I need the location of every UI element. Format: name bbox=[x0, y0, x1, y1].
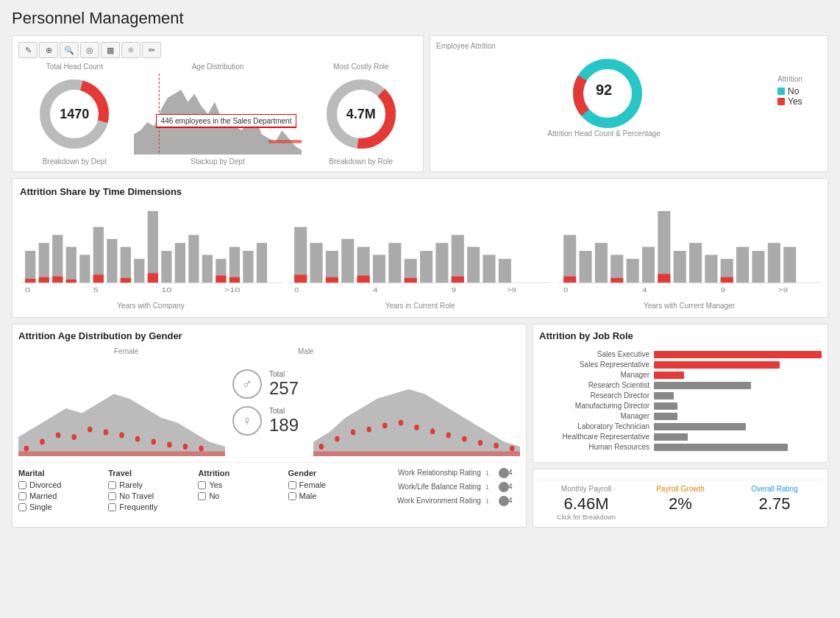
slider-work-rel-val: 4 bbox=[508, 469, 520, 477]
overall-rating-value: 2.75 bbox=[727, 494, 822, 514]
slider-work-rel-min: 1 bbox=[485, 469, 494, 477]
toolbar-settings-btn[interactable]: ⚛ bbox=[121, 42, 140, 58]
travel-no-check[interactable] bbox=[108, 492, 116, 500]
slider-work-life: Work/Life Balance Rating 1 4 bbox=[385, 483, 520, 491]
attrition-no[interactable]: No bbox=[198, 491, 288, 500]
travel-no-travel[interactable]: No Travel bbox=[108, 491, 198, 500]
years-manager-chart: 0 4 9 >9 Years with Current Manager bbox=[558, 203, 820, 310]
attrition-yes[interactable]: Yes bbox=[198, 480, 288, 489]
payroll-growth-value: 2% bbox=[633, 494, 727, 514]
slider-work-env-track[interactable] bbox=[499, 500, 504, 502]
slider-work-env: Work Environment Rating 1 4 bbox=[385, 497, 520, 505]
svg-rect-59 bbox=[452, 277, 464, 283]
attrition-inner: 92 Attrition Head Count & Percentage Att… bbox=[436, 53, 822, 138]
svg-rect-35 bbox=[229, 277, 240, 283]
travel-rarely-check[interactable] bbox=[108, 481, 116, 489]
costly-value: 4.7M bbox=[346, 107, 376, 122]
svg-rect-42 bbox=[310, 243, 322, 283]
svg-point-108 bbox=[382, 423, 387, 429]
svg-point-113 bbox=[462, 436, 466, 442]
marital-divorced[interactable]: Divorced bbox=[18, 480, 108, 489]
slider-work-rel-track[interactable] bbox=[499, 472, 504, 475]
svg-point-97 bbox=[135, 436, 140, 442]
travel-rarely[interactable]: Rarely bbox=[108, 480, 198, 489]
female-icon: ♀ bbox=[232, 406, 262, 436]
svg-rect-82 bbox=[658, 274, 670, 283]
female-total-label: Total bbox=[269, 407, 299, 415]
svg-rect-32 bbox=[121, 278, 131, 283]
age-gender-title: Attrition Age Distribution by Gender bbox=[18, 330, 520, 341]
marital-divorced-check[interactable] bbox=[18, 481, 26, 489]
attrition-no-label: No bbox=[209, 491, 219, 500]
svg-rect-51 bbox=[452, 235, 464, 283]
svg-rect-21 bbox=[188, 235, 199, 283]
toolbar-pen-btn[interactable]: ✏ bbox=[142, 42, 161, 58]
marital-single-label: Single bbox=[29, 502, 52, 511]
marital-married-check[interactable] bbox=[18, 492, 26, 500]
slider-work-life-track[interactable] bbox=[499, 486, 504, 489]
svg-point-111 bbox=[430, 428, 435, 434]
svg-rect-27 bbox=[25, 279, 35, 283]
svg-point-101 bbox=[199, 446, 203, 452]
male-total-label: Total bbox=[269, 370, 299, 378]
travel-freq-label: Frequently bbox=[119, 502, 157, 511]
attrition-no-check[interactable] bbox=[198, 492, 206, 500]
svg-rect-57 bbox=[357, 276, 370, 283]
legend-yes: Yes bbox=[777, 96, 822, 107]
marital-label: Marital bbox=[18, 469, 108, 477]
toolbar-hide-btn[interactable]: ◎ bbox=[80, 42, 99, 58]
job-role-title: Attrition by Job Role bbox=[539, 330, 822, 341]
marital-single[interactable]: Single bbox=[18, 502, 108, 511]
travel-freq-check[interactable] bbox=[108, 503, 116, 511]
toolbar-table-btn[interactable]: ▦ bbox=[101, 42, 120, 58]
gender-female-label: Female bbox=[299, 480, 327, 489]
payroll-card[interactable]: Monthly Payroll 6.46M Click for Breakdow… bbox=[533, 469, 828, 528]
job-row-manager2: Manager bbox=[539, 412, 822, 420]
male-total: ♂ Total 257 bbox=[232, 369, 306, 399]
marital-single-check[interactable] bbox=[18, 503, 26, 511]
toolbar-zoom-btn[interactable]: 🔍 bbox=[60, 42, 79, 58]
slider-work-env-val: 4 bbox=[508, 497, 520, 505]
female-label: Female bbox=[114, 347, 138, 355]
svg-marker-103 bbox=[313, 389, 520, 456]
svg-point-110 bbox=[414, 425, 419, 430]
attrition-value: 92 bbox=[596, 82, 612, 99]
filters-row: Marital Divorced Married Single bbox=[18, 462, 520, 514]
attrition-legend: Attrition No Yes bbox=[777, 53, 822, 107]
travel-no-label: No Travel bbox=[119, 491, 154, 500]
job-row-lab-tech: Laboratory Technician bbox=[539, 422, 822, 430]
age-chart-wrap: 446 employees in the Sales Department bbox=[134, 74, 302, 154]
svg-rect-58 bbox=[405, 278, 417, 283]
slider-work-life-min: 1 bbox=[485, 483, 494, 491]
male-label: Male bbox=[298, 347, 314, 355]
payroll-row: Monthly Payroll 6.46M Click for Breakdow… bbox=[539, 480, 822, 521]
gender-male[interactable]: Male bbox=[288, 491, 378, 500]
gender-female[interactable]: Female bbox=[288, 480, 378, 489]
male-icon: ♂ bbox=[232, 369, 262, 399]
monthly-payroll[interactable]: Monthly Payroll 6.46M Click for Breakdow… bbox=[539, 485, 633, 521]
svg-rect-78 bbox=[768, 243, 780, 283]
slider-work-life-label: Work/Life Balance Rating bbox=[385, 483, 481, 491]
gender-female-check[interactable] bbox=[288, 481, 296, 489]
gender-male-check[interactable] bbox=[288, 492, 296, 500]
svg-point-90 bbox=[24, 446, 29, 452]
svg-point-114 bbox=[478, 440, 483, 446]
svg-rect-56 bbox=[326, 277, 338, 283]
attrition-yes-check[interactable] bbox=[198, 481, 206, 489]
years-role-bars: 0 4 9 >9 bbox=[289, 203, 551, 299]
svg-rect-66 bbox=[579, 251, 591, 283]
svg-point-93 bbox=[71, 434, 76, 440]
svg-rect-69 bbox=[627, 259, 639, 283]
headcount-value: 1470 bbox=[60, 107, 89, 122]
years-company-bars: 0 5 10 >10 bbox=[20, 203, 282, 299]
toolbar-edit-btn[interactable]: ✎ bbox=[18, 42, 38, 58]
travel-frequently[interactable]: Frequently bbox=[108, 502, 198, 511]
svg-marker-89 bbox=[18, 394, 225, 457]
toolbar-add-btn[interactable]: ⊕ bbox=[39, 42, 58, 58]
marital-married[interactable]: Married bbox=[18, 491, 108, 500]
svg-text:>9: >9 bbox=[507, 287, 516, 294]
svg-point-115 bbox=[494, 443, 498, 449]
tooltip-text: 446 employees in the Sales Department bbox=[161, 117, 292, 125]
marital-divorced-label: Divorced bbox=[29, 480, 61, 489]
svg-text:9: 9 bbox=[721, 287, 726, 294]
